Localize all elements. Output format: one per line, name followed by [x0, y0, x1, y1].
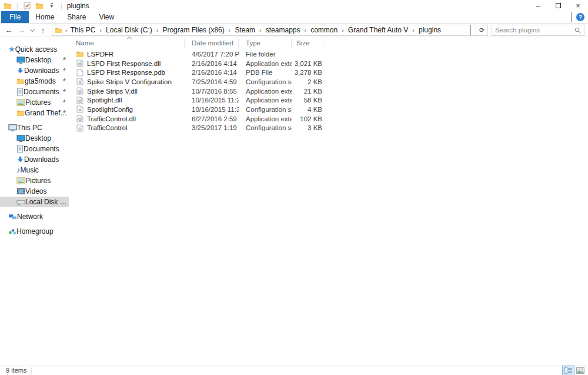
- breadcrumb-item[interactable]: plugins: [417, 26, 443, 34]
- sidebar-item-quick-access[interactable]: ★Quick access: [0, 44, 69, 55]
- sidebar-item-documents[interactable]: Documents: [0, 144, 69, 154]
- table-row[interactable]: TrafficControl3/25/2017 1:19 PMConfigura…: [69, 124, 588, 133]
- table-row[interactable]: LSPD First Response.dll2/16/2016 4:14 PM…: [69, 59, 588, 68]
- tab-share[interactable]: Share: [61, 11, 92, 23]
- sidebar-item-documents[interactable]: Documents: [0, 87, 69, 97]
- table-row[interactable]: Spotlight.dll10/16/2015 11:23 ...Applica…: [69, 95, 588, 105]
- sidebar-item-desktop[interactable]: Desktop: [0, 133, 69, 144]
- file-name-cell: LSPD First Response.pdb: [69, 68, 185, 77]
- breadcrumb-chevron-icon[interactable]: ›: [228, 26, 232, 34]
- properties-button[interactable]: [22, 1, 32, 10]
- breadcrumb-item[interactable]: Program Files (x86): [161, 26, 226, 34]
- thumbnails-view-button[interactable]: [574, 366, 586, 375]
- status-separator: [31, 367, 32, 374]
- file-type-cell: Application extens...: [239, 88, 292, 95]
- search-input[interactable]: [495, 26, 573, 34]
- desktop-icon: [16, 56, 25, 64]
- address-dropdown-button[interactable]: [467, 25, 475, 35]
- breadcrumb-chevron-icon[interactable]: ›: [258, 26, 263, 34]
- breadcrumb-chevron-icon[interactable]: ›: [340, 26, 345, 34]
- breadcrumb-item[interactable]: steamapps: [264, 26, 302, 34]
- file-name: Spike Strips V Configuration: [87, 78, 172, 85]
- refresh-button[interactable]: ⟳: [476, 25, 488, 36]
- chevron-down-icon: [30, 26, 35, 31]
- back-button[interactable]: ←: [2, 24, 15, 36]
- recent-locations-button[interactable]: [28, 24, 36, 36]
- column-header-name[interactable]: Name: [69, 38, 185, 48]
- sidebar-item-homegroup[interactable]: Homegroup: [0, 226, 69, 237]
- table-row[interactable]: Spike Strips V.dll10/7/2016 8:55 PMAppli…: [69, 87, 588, 96]
- sidebar-item-videos[interactable]: Videos: [0, 186, 69, 197]
- column-header-type[interactable]: Type: [239, 38, 292, 48]
- folder-icon: [55, 27, 62, 34]
- breadcrumb-item[interactable]: common: [309, 26, 339, 34]
- homegroup-icon: [8, 228, 16, 235]
- file-date-cell: 10/16/2015 11:30 ...: [185, 106, 239, 113]
- folder-icon: [16, 109, 25, 117]
- sidebar-item-pictures[interactable]: Pictures: [0, 97, 69, 108]
- sidebar-item-pictures[interactable]: Pictures: [0, 175, 69, 186]
- sidebar-item-this-pc[interactable]: This PC: [0, 122, 69, 133]
- sidebar-item-music[interactable]: ♪Music: [0, 165, 69, 175]
- details-view-button[interactable]: [563, 366, 574, 375]
- close-button[interactable]: ×: [568, 0, 588, 11]
- sidebar-item-downloads[interactable]: Downloads: [0, 65, 69, 76]
- sidebar-item-local-disk-c-[interactable]: Local Disk (C:): [0, 197, 69, 207]
- tab-view[interactable]: View: [92, 11, 121, 23]
- breadcrumb-chevron-icon[interactable]: ›: [303, 26, 308, 34]
- section-gap: [0, 118, 69, 122]
- breadcrumb-chevron-icon[interactable]: ›: [411, 26, 416, 34]
- file-date-cell: 7/25/2016 4:59 PM: [185, 78, 239, 85]
- search-icon[interactable]: [574, 27, 581, 34]
- new-folder-button[interactable]: [35, 1, 44, 10]
- tab-file[interactable]: File: [1, 11, 29, 23]
- status-bar: 9 items: [0, 365, 588, 375]
- file-type-cell: PDB File: [239, 69, 292, 76]
- table-row[interactable]: TrafficControl.dll6/27/2016 2:59 PMAppli…: [69, 114, 588, 124]
- tab-home[interactable]: Home: [29, 11, 61, 23]
- table-row[interactable]: LSPDFR4/6/2017 7:20 PMFile folder: [69, 49, 588, 59]
- breadcrumb-item[interactable]: This PC: [69, 26, 98, 34]
- breadcrumb-chevron-icon[interactable]: ›: [155, 26, 160, 34]
- breadcrumb-item[interactable]: Grand Theft Auto V: [346, 26, 410, 34]
- file-date-cell: 2/16/2016 4:14 PM: [185, 69, 239, 76]
- sidebar-item-grand-theft-auto[interactable]: Grand Theft Auto: [0, 108, 69, 118]
- column-header-size[interactable]: Size: [292, 38, 325, 48]
- customize-qat-button[interactable]: ▾: [47, 1, 56, 10]
- forward-button[interactable]: →: [15, 24, 28, 36]
- help-button[interactable]: ?: [576, 13, 584, 21]
- breadcrumb-chevron-icon[interactable]: ›: [64, 26, 69, 34]
- minimize-button[interactable]: –: [528, 0, 548, 11]
- ribbon-right-controls: ?: [571, 11, 584, 23]
- file-name: LSPD First Response.pdb: [87, 69, 165, 76]
- pin-icon: [61, 67, 66, 72]
- breadcrumb-chevron-icon[interactable]: ›: [98, 26, 103, 34]
- column-header-date-modified[interactable]: Date modified: [185, 38, 239, 48]
- main-area: ★Quick accessDesktopDownloadsgta5modsDoc…: [0, 36, 588, 365]
- table-row[interactable]: SpotlightConfig10/16/2015 11:30 ...Confi…: [69, 105, 588, 114]
- sidebar-item-network[interactable]: Network: [0, 211, 69, 222]
- file-type-cell: Configuration sett...: [239, 124, 292, 131]
- sidebar-item-downloads[interactable]: Downloads: [0, 154, 69, 165]
- breadcrumb-item[interactable]: Steam: [233, 26, 257, 34]
- sidebar-item-gta5mods[interactable]: gta5mods: [0, 76, 69, 87]
- section-gap: [0, 207, 69, 211]
- this-pc-icon: [8, 124, 17, 132]
- file-name-cell: Spike Strips V.dll: [69, 87, 185, 95]
- sidebar-item-label: Local Disk (C:): [25, 198, 69, 206]
- view-buttons: [563, 366, 586, 375]
- sidebar-item-desktop[interactable]: Desktop: [0, 55, 69, 65]
- address-bar[interactable]: › This PC›Local Disk (C:)›Program Files …: [52, 25, 476, 36]
- folder-icon: [76, 50, 84, 58]
- maximize-button[interactable]: [548, 0, 568, 11]
- explorer-app-icon: [3, 1, 12, 10]
- breadcrumb-item[interactable]: Local Disk (C:): [104, 26, 154, 34]
- expand-ribbon-button[interactable]: [571, 12, 572, 22]
- window-title: plugins: [67, 2, 89, 10]
- up-button[interactable]: ↑: [36, 24, 49, 36]
- config-file-icon: [76, 105, 84, 114]
- table-row[interactable]: LSPD First Response.pdb2/16/2016 4:14 PM…: [69, 68, 588, 77]
- file-date-cell: 6/27/2016 2:59 PM: [185, 115, 239, 122]
- dll-file-icon: [76, 87, 84, 95]
- table-row[interactable]: Spike Strips V Configuration7/25/2016 4:…: [69, 77, 588, 87]
